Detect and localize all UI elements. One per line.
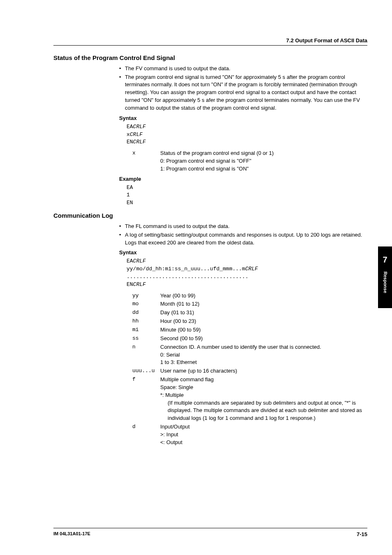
param-key: dd bbox=[127, 309, 160, 317]
syntax-token: EA bbox=[127, 124, 133, 130]
param-key: f bbox=[127, 376, 160, 422]
param-val-text: Status of the program control end signal… bbox=[160, 150, 367, 157]
bullet-dot: • bbox=[119, 231, 125, 247]
param-key: ss bbox=[127, 335, 160, 343]
syntax-crlf: CRLF bbox=[133, 258, 146, 264]
bullet-row: • The FL command is used to output the d… bbox=[119, 223, 367, 230]
section-title-status: Status of the Program Control End Signal bbox=[53, 53, 367, 62]
example-line: EN bbox=[127, 200, 133, 206]
param-sub: 0: Program control end signal is "OFF" bbox=[160, 157, 367, 165]
param-val: Month (01 to 12) bbox=[160, 300, 367, 308]
param-key: n bbox=[127, 343, 160, 367]
param-val: Status of the program control end signal… bbox=[160, 150, 367, 173]
syntax-crlf: CRLF bbox=[245, 266, 258, 272]
param-val-text: Input/Output bbox=[160, 423, 367, 431]
param-sub: *: Multiple bbox=[160, 391, 367, 399]
param-val: Hour (00 to 23) bbox=[160, 318, 367, 325]
example-line: 1 bbox=[127, 192, 130, 198]
bullet-text: A log of setting/basic setting/output co… bbox=[125, 231, 367, 247]
example-line: EA bbox=[127, 184, 133, 191]
footer-left: IM 04L31A01-17E bbox=[53, 531, 90, 539]
syntax-crlf: CRLF bbox=[130, 131, 143, 138]
param-val-text: Connection ID. A number used to identify… bbox=[160, 343, 367, 351]
syntax-heading: Syntax bbox=[119, 249, 367, 257]
section-body-commlog: • The FL command is used to output the d… bbox=[119, 223, 367, 447]
param-sub: Space: Single bbox=[160, 384, 367, 391]
bullet-row: • A log of setting/basic setting/output … bbox=[119, 231, 367, 247]
param-val: Multiple command flag Space: Single *: M… bbox=[160, 376, 367, 422]
side-tab-text: Response bbox=[382, 272, 388, 293]
side-tab: 7 Response bbox=[378, 246, 392, 308]
param-val-text: Multiple command flag bbox=[160, 376, 367, 384]
syntax-token: EN bbox=[127, 281, 133, 288]
bullet-row: • The FV command is used to output the d… bbox=[119, 65, 367, 73]
param-key: uuu...u bbox=[127, 367, 160, 375]
syntax-token: x bbox=[127, 131, 130, 138]
param-val: User name (up to 16 characters) bbox=[160, 367, 367, 375]
param-subsub: (If multiple commands are separated by s… bbox=[168, 399, 367, 423]
syntax-crlf: CRLF bbox=[133, 281, 146, 288]
footer-right: 7-15 bbox=[357, 531, 367, 539]
syntax-token: EA bbox=[127, 258, 133, 264]
param-row: x Status of the program control end sign… bbox=[127, 150, 367, 173]
param-key: mo bbox=[127, 300, 160, 308]
section-body-status: • The FV command is used to output the d… bbox=[119, 65, 367, 207]
bullet-row: • The program control end signal is turn… bbox=[119, 74, 367, 112]
param-val: Input/Output >: Input <: Output bbox=[160, 423, 367, 447]
param-key: x bbox=[127, 150, 160, 173]
param-val: Second (00 to 59) bbox=[160, 335, 367, 343]
param-sub: >: Input bbox=[160, 431, 367, 439]
bullet-text: The FV command is used to output the dat… bbox=[125, 65, 367, 73]
param-val: Year (00 to 99) bbox=[160, 292, 367, 300]
param-table: yyYear (00 to 99) moMonth (01 to 12) ddD… bbox=[127, 292, 367, 447]
param-sub: <: Output bbox=[160, 439, 367, 447]
syntax-crlf: CRLF bbox=[133, 124, 146, 130]
param-key: hh bbox=[127, 318, 160, 325]
header-rule bbox=[53, 45, 367, 46]
syntax-block: EACRLF xCRLF ENCRLF bbox=[127, 123, 367, 147]
param-table: x Status of the program control end sign… bbox=[127, 150, 367, 173]
param-sub: 0: Serial bbox=[160, 351, 367, 359]
example-heading: Example bbox=[119, 175, 367, 183]
section-title-commlog: Communication Log bbox=[53, 211, 367, 220]
param-key: yy bbox=[127, 292, 160, 300]
param-key: mi bbox=[127, 326, 160, 334]
param-val: Minute (00 to 59) bbox=[160, 326, 367, 334]
param-sub: 1 to 3: Ethernet bbox=[160, 359, 367, 366]
syntax-token: EN bbox=[127, 139, 133, 145]
bullet-text: The FL command is used to output the dat… bbox=[125, 223, 367, 230]
footer: IM 04L31A01-17E 7-15 bbox=[53, 528, 367, 539]
bullet-dot: • bbox=[119, 223, 125, 230]
example-block: EA 1 EN bbox=[127, 184, 367, 207]
syntax-token: yy/mo/dd_hh:mi:ss_n_uuu...ufd_mmm...m bbox=[127, 266, 245, 272]
page-header-section: 7.2 Output Format of ASCII Data bbox=[286, 37, 367, 45]
param-sub: 1: Program control end signal is "ON" bbox=[160, 165, 367, 173]
syntax-heading: Syntax bbox=[119, 115, 367, 122]
side-tab-number: 7 bbox=[378, 254, 392, 266]
syntax-block: EACRLF yy/mo/dd_hh:mi:ss_n_uuu...ufd_mmm… bbox=[127, 258, 367, 288]
syntax-dots: ...................................... bbox=[127, 274, 248, 280]
bullet-text: The program control end signal is turned… bbox=[125, 74, 367, 112]
param-val: Day (01 to 31) bbox=[160, 309, 367, 317]
bullet-dot: • bbox=[119, 74, 125, 112]
syntax-crlf: CRLF bbox=[133, 139, 146, 145]
param-val: Connection ID. A number used to identify… bbox=[160, 343, 367, 367]
param-key: d bbox=[127, 423, 160, 447]
bullet-dot: • bbox=[119, 65, 125, 73]
content: Status of the Program Control End Signal… bbox=[53, 53, 367, 447]
